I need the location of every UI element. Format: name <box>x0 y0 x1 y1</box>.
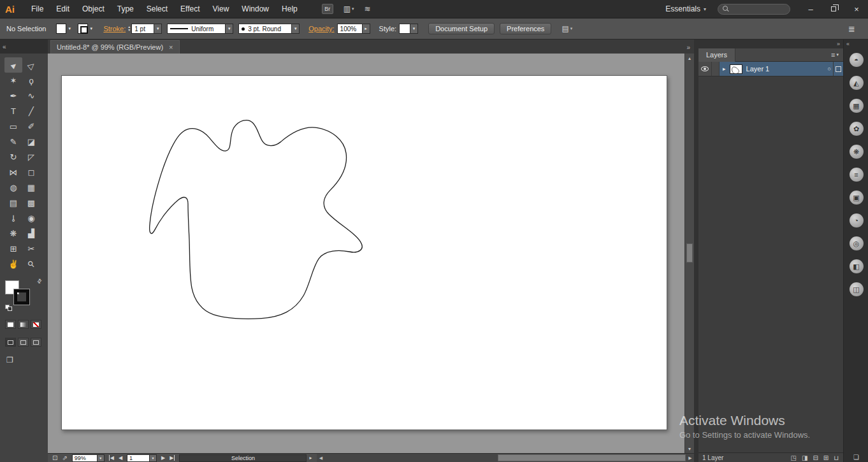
none-button[interactable] <box>31 320 41 329</box>
opacity-field[interactable]: 100% <box>337 24 363 34</box>
search-input[interactable] <box>730 6 783 13</box>
artboard-tool[interactable]: ⊞ <box>4 241 22 256</box>
symbols-panel-button[interactable]: ❋ <box>844 140 868 163</box>
curvature-tool[interactable]: ∿ <box>22 88 40 103</box>
width-profile-dropdown[interactable]: ▾ <box>226 24 233 34</box>
zoom-dropdown[interactable]: ▾ <box>98 454 105 462</box>
vertical-scroll-thumb[interactable] <box>686 243 693 263</box>
menu-select[interactable]: Select <box>140 0 174 18</box>
opacity-panel-link[interactable]: Opacity: <box>308 25 334 32</box>
stroke-dropdown-icon[interactable]: ▾ <box>88 26 94 31</box>
scroll-up-icon[interactable]: ▲ <box>685 54 694 62</box>
style-dropdown[interactable]: ▾ <box>410 24 418 34</box>
draw-normal-button[interactable] <box>5 338 16 347</box>
stroke-panel-link[interactable]: Stroke: <box>103 25 126 32</box>
layer-name[interactable]: Layer 1 <box>746 65 770 73</box>
horizontal-scrollbar[interactable]: ◀ ▶ <box>317 454 694 462</box>
eraser-tool[interactable]: ◪ <box>22 134 40 149</box>
stroke-weight-stepper[interactable]: ▴ ▾ <box>128 25 130 32</box>
lasso-tool[interactable]: ϙ <box>22 73 40 88</box>
eyedropper-tool[interactable]: ⊸ <box>4 210 22 226</box>
scroll-right-icon[interactable]: ▶ <box>686 454 694 462</box>
collapse-panels-icon[interactable]: » <box>837 41 840 47</box>
menu-file[interactable]: File <box>25 0 50 18</box>
brush-field[interactable]: 3 pt. Round <box>238 24 292 34</box>
swap-fill-stroke-icon[interactable]: ⇄ <box>36 277 43 285</box>
brushes-panel-button[interactable]: ✿ <box>844 117 868 140</box>
mesh-tool[interactable]: ▤ <box>4 195 22 210</box>
swatches-panel-button[interactable]: ▦ <box>844 94 868 117</box>
drawn-path[interactable] <box>150 120 362 319</box>
layers-panel-menu-icon[interactable]: ≡ ▾ <box>831 51 839 59</box>
last-artboard-icon[interactable]: ▶ <box>170 455 175 461</box>
hand-tool[interactable]: ✌ <box>4 256 22 271</box>
close-button[interactable]: × <box>845 0 868 18</box>
horizontal-scroll-thumb[interactable] <box>498 454 686 461</box>
disclosure-icon[interactable]: ▸ <box>723 66 726 72</box>
graphic-styles-panel-button[interactable]: ◧ <box>844 255 868 278</box>
restore-button[interactable] <box>822 0 845 18</box>
shape-builder-tool[interactable]: ◍ <box>4 180 22 195</box>
collapse-tools-icon[interactable]: « <box>3 43 6 50</box>
collect-for-export-icon[interactable]: ◳ <box>791 454 797 461</box>
zoom-field[interactable]: 99% <box>72 454 98 462</box>
align-options-button[interactable]: ▤ ▾ <box>561 24 572 33</box>
rectangle-tool[interactable]: ▭ <box>4 119 22 134</box>
opacity-flyout[interactable]: ▸ <box>363 24 370 34</box>
appearance-panel-button[interactable]: ◎ <box>844 232 868 255</box>
arrange-documents-button[interactable]: ▥ ▾ <box>344 4 354 13</box>
next-artboard-icon[interactable]: ▶ <box>161 455 165 461</box>
menu-window[interactable]: Window <box>235 0 275 18</box>
rotate-tool[interactable]: ↻ <box>4 149 22 164</box>
draw-behind-button[interactable] <box>18 338 29 347</box>
artboard-number-field[interactable]: 1 <box>127 454 150 462</box>
bridge-button[interactable]: Br <box>322 4 333 14</box>
document-tab[interactable]: Untitled-8* @ 99% (RGB/Preview) × <box>50 40 180 54</box>
gradient-button[interactable] <box>18 320 29 329</box>
layer-thumbnail[interactable] <box>730 64 742 74</box>
layer-lock-toggle[interactable] <box>712 62 720 76</box>
scale-tool[interactable]: ◸ <box>22 149 40 164</box>
draw-inside-button[interactable] <box>31 338 41 347</box>
transparency-panel-button[interactable]: ◔ <box>844 209 868 232</box>
blend-tool[interactable]: ◉ <box>22 210 40 226</box>
layer-target-icon[interactable]: ○ <box>828 66 831 72</box>
perspective-grid-tool[interactable]: ▦ <box>22 180 40 195</box>
screen-mode-button[interactable]: ❐ <box>6 356 48 365</box>
width-profile-field[interactable]: Uniform <box>167 24 226 34</box>
canvas[interactable] <box>48 54 684 453</box>
pencil-tool[interactable]: ✎ <box>4 134 22 149</box>
delete-layer-icon[interactable]: ⊔ <box>834 454 839 461</box>
selection-tool[interactable]: ► <box>4 57 22 73</box>
direct-selection-tool[interactable]: ▷ <box>22 57 40 73</box>
color-panel-button[interactable]: ◓ <box>844 48 868 71</box>
new-layer-icon[interactable]: ⊞ <box>823 454 828 461</box>
expand-panels-icon[interactable]: « <box>846 41 850 47</box>
new-sublayer-icon[interactable]: ⊟ <box>813 454 818 461</box>
menu-object[interactable]: Object <box>76 0 111 18</box>
menu-type[interactable]: Type <box>111 0 140 18</box>
fill-dropdown-icon[interactable]: ▾ <box>66 26 73 31</box>
gradient-tool[interactable]: ▩ <box>22 195 40 210</box>
brush-dropdown[interactable]: ▾ <box>292 24 300 34</box>
layer-main[interactable]: ▸ Layer 1 ○ <box>720 62 833 76</box>
tab-overflow-icon[interactable]: » <box>686 44 694 54</box>
artboard-number-dropdown[interactable]: ▾ <box>150 454 157 462</box>
control-panel-menu-icon[interactable]: ≣ <box>848 24 855 34</box>
export-icon[interactable]: ⇗ <box>62 454 67 461</box>
stroke-weight-dropdown[interactable]: ▾ <box>154 24 162 34</box>
stroke-panel-button[interactable]: ≡ <box>844 163 868 186</box>
default-colors-icon[interactable] <box>5 305 11 310</box>
paintbrush-tool[interactable]: ✐ <box>22 119 40 134</box>
width-tool[interactable]: ⋈ <box>4 164 22 180</box>
artboards-panel-button[interactable]: ◫ <box>844 278 868 301</box>
tab-layers[interactable]: Layers <box>698 48 735 62</box>
free-transform-tool[interactable]: ◻ <box>22 164 40 180</box>
layer-selection-column[interactable] <box>833 62 843 76</box>
fill-color-swatch[interactable] <box>56 24 66 34</box>
tab-close-icon[interactable]: × <box>169 43 173 51</box>
make-mask-icon[interactable]: ◨ <box>802 454 807 461</box>
menu-help[interactable]: Help <box>275 0 304 18</box>
line-segment-tool[interactable]: ╱ <box>22 103 40 119</box>
cc-libraries-icon[interactable]: ❏ <box>844 452 868 461</box>
